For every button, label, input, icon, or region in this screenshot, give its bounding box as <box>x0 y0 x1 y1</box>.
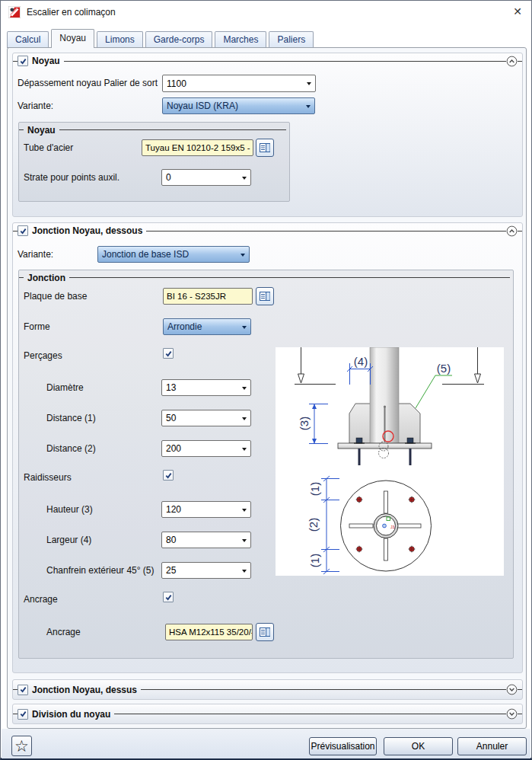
star-icon: ☆ <box>14 737 29 755</box>
dropdown-arrow-icon <box>307 82 311 88</box>
group-division-noyau-header: Division du noyau <box>13 704 522 723</box>
tab-bar: Calcul Noyau Limons Garde-corps Marches … <box>7 29 316 48</box>
tab-page-noyau: Noyau Dépassement noyau Palier de sort 1… <box>7 47 527 729</box>
ancrage-label: Ancrage <box>24 591 58 608</box>
table-icon <box>260 143 270 152</box>
tab-limons[interactable]: Limons <box>97 31 143 48</box>
group-noyau-header: Noyau <box>13 53 522 69</box>
largeur-label: Largeur (4) <box>46 532 91 548</box>
group-jonction-dessous: Jonction Noyau, dessous Variante: Joncti… <box>12 222 523 673</box>
tube-acier-field[interactable]: Tuyau EN 10210-2 159x5 - S2 <box>142 139 253 156</box>
tab-paliers[interactable]: Paliers <box>269 31 314 48</box>
dropdown-arrow-icon <box>306 105 311 110</box>
tube-acier-catalog-button[interactable] <box>256 139 274 157</box>
chanfrein-label: Chanfrein extérieur 45° (5) <box>46 562 155 579</box>
subgroup-jonction: Jonction Plaque de base BI 16 - S235JR F… <box>18 270 514 659</box>
group-noyau-title: Noyau <box>32 56 60 66</box>
base-joint-diagram: (4) (3) (5) <box>276 347 504 576</box>
preview-button[interactable]: Prévisualisation <box>309 737 377 755</box>
cancel-button[interactable]: Annuler <box>457 737 527 755</box>
forme-label: Forme <box>24 318 50 335</box>
collapse-down-icon[interactable] <box>506 684 518 695</box>
plaque-field[interactable]: BI 16 - S235JR <box>163 288 253 305</box>
base-plate <box>338 443 432 449</box>
dropdown-arrow-icon <box>242 177 247 182</box>
group-jonction-dessus-checkbox[interactable] <box>18 685 28 695</box>
app-icon <box>8 6 21 18</box>
group-division-noyau-title: Division du noyau <box>32 709 110 720</box>
window-title: Escalier en colimaçon <box>27 7 116 18</box>
svg-text:J3: J3 <box>390 525 395 529</box>
diametre-combo[interactable]: 13 <box>161 379 251 396</box>
group-jonction-dessous-header: Jonction Noyau, dessous <box>13 223 522 238</box>
tab-noyau[interactable]: Noyau <box>51 29 94 48</box>
dropdown-arrow-icon <box>242 539 247 544</box>
distance2-label: Distance (2) <box>46 440 96 457</box>
close-icon[interactable]: ✕ <box>513 6 522 18</box>
group-jonction-dessous-title: Jonction Noyau, dessous <box>32 225 142 236</box>
dropdown-arrow-icon <box>242 509 247 514</box>
depassement-combo[interactable]: 1100 <box>162 75 316 92</box>
subgroup-jonction-header: Jonction <box>19 270 513 283</box>
tab-garde-corps[interactable]: Garde-corps <box>145 31 213 48</box>
dropdown-arrow-icon <box>242 570 247 575</box>
table-icon <box>260 627 270 637</box>
group-noyau: Noyau Dépassement noyau Palier de sort 1… <box>12 53 523 217</box>
dropdown-arrow-icon <box>242 448 247 453</box>
dropdown-arrow-icon <box>242 326 247 331</box>
dim-label-3: (3) <box>298 417 311 430</box>
distance2-combo[interactable]: 200 <box>161 440 251 457</box>
dim-label-5: (5) <box>437 362 451 375</box>
tube-acier-label: Tube d'acier <box>24 139 73 156</box>
variante2-label: Variante: <box>18 246 53 263</box>
depassement-label: Dépassement noyau Palier de sort <box>18 75 158 91</box>
tab-calcul[interactable]: Calcul <box>7 31 49 48</box>
table-icon <box>260 292 270 301</box>
group-jonction-dessus-header: Jonction Noyau, dessus <box>13 680 522 699</box>
ancrage-catalog-button[interactable] <box>256 623 274 641</box>
raidisseurs-label: Raidisseurs <box>24 469 72 486</box>
dim-label-2: (2) <box>307 518 320 532</box>
collapse-down-icon[interactable] <box>506 708 518 720</box>
group-division-noyau-checkbox[interactable] <box>18 709 28 720</box>
hauteur-combo[interactable]: 120 <box>161 501 251 518</box>
diametre-label: Diamètre <box>46 379 84 396</box>
title-bar: Escalier en colimaçon ✕ <box>1 1 531 24</box>
group-jonction-dessus: Jonction Noyau, dessus <box>12 679 523 700</box>
strate-label: Strate pour points auxil. <box>24 169 119 186</box>
percages-checkbox[interactable] <box>163 348 174 359</box>
strate-combo[interactable]: 0 <box>161 169 251 186</box>
dropdown-arrow-icon <box>242 417 247 423</box>
distance1-combo[interactable]: 50 <box>161 410 251 426</box>
raidisseurs-checkbox[interactable] <box>163 470 174 481</box>
forme-combo[interactable]: Arrondie <box>163 318 251 335</box>
subgroup-noyau: Noyau Tube d'acier Tuyau EN 10210-2 159x… <box>18 122 290 202</box>
plaque-label: Plaque de base <box>24 288 87 305</box>
collapse-up-icon[interactable] <box>506 56 518 67</box>
largeur-combo[interactable]: 80 <box>161 532 251 548</box>
ancrage-checkbox[interactable] <box>163 592 174 602</box>
group-jonction-dessous-checkbox[interactable] <box>18 225 28 236</box>
dim-label-1a: (1) <box>308 482 321 496</box>
group-division-noyau: Division du noyau <box>12 704 523 724</box>
subgroup-noyau-title: Noyau <box>27 125 56 136</box>
ok-button[interactable]: OK <box>384 737 453 755</box>
plaque-catalog-button[interactable] <box>256 287 274 305</box>
variante-label: Variante: <box>18 97 53 114</box>
variante-combo[interactable]: Noyau ISD (KRA) <box>162 97 315 114</box>
group-noyau-checkbox[interactable] <box>18 56 28 66</box>
footer-bar: ☆ Prévisualisation OK Annuler <box>2 729 530 758</box>
variante2-combo[interactable]: Jonction de base ISD <box>97 246 250 263</box>
hauteur-label: Hauteur (3) <box>46 501 93 518</box>
ancrage-item-label: Ancrage <box>46 624 81 640</box>
subgroup-jonction-title: Jonction <box>27 273 65 283</box>
chanfrein-combo[interactable]: 25 <box>161 562 251 579</box>
dialog-window: Escalier en colimaçon ✕ Calcul Noyau Lim… <box>0 0 532 760</box>
subgroup-noyau-header: Noyau <box>19 123 289 135</box>
favorite-button[interactable]: ☆ <box>11 736 32 756</box>
tab-marches[interactable]: Marches <box>215 31 266 48</box>
dim-label-1b: (1) <box>308 554 321 567</box>
collapse-up-icon[interactable] <box>506 225 518 237</box>
ancrage-field[interactable]: HSA M12x115 35/20/-5 <box>165 624 253 640</box>
group-jonction-dessus-title: Jonction Noyau, dessus <box>32 685 137 695</box>
